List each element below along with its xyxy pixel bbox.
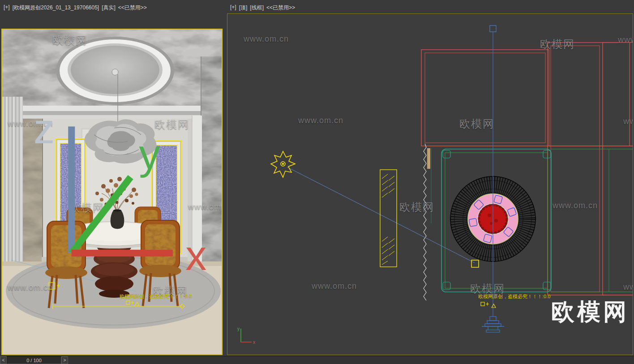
viewport-status-label: <<已禁用>> — [266, 4, 295, 12]
axis-x-label: x — [185, 232, 206, 279]
axis-gizmo-right: y x — [234, 324, 257, 346]
camera-icon[interactable] — [482, 317, 504, 332]
camera-target-icon[interactable] — [490, 26, 496, 32]
time-slider-bar: < 0 / 100 > — [0, 356, 634, 364]
viewport-menu-button[interactable]: [+] — [4, 4, 10, 12]
time-next-button[interactable]: > — [61, 356, 68, 364]
viewport-status-label: <<已禁用>> — [118, 4, 147, 12]
time-slider-value[interactable]: 0 / 100 — [7, 356, 61, 364]
viewport-menu-button[interactable]: [+] — [230, 4, 236, 12]
curtain-wall-squiggle[interactable] — [424, 144, 431, 300]
max-viewport-layout: [+] [欧模网原创2026_01_13_19706605] [真实] <<已禁… — [0, 0, 634, 364]
viewport-name-label[interactable]: [欧模网原创2026_01_13_19706605] — [13, 4, 99, 12]
top-viewport[interactable]: www.om.cn 欧模网 www. om.c www.om.cn 欧模网 ww… — [227, 13, 633, 355]
annotation-marks — [481, 302, 496, 308]
axis-gizmo-left: z y x — [4, 29, 223, 348]
axis-y-label: y — [139, 131, 160, 178]
axis-y-label: y — [237, 326, 240, 331]
camera-viewport[interactable]: 欧模网 www.om.cn 欧模网 欧模网 www.om.cn www.om.c… — [1, 29, 223, 355]
viewport-shading-label[interactable]: [真实] — [102, 4, 116, 12]
viewport-name-label[interactable]: [顶] — [239, 4, 248, 12]
spot-light-icon[interactable] — [271, 151, 295, 177]
viewport-caption-left: [+] [欧模网原创2026_01_13_19706605] [真实] <<已禁… — [4, 4, 147, 12]
wire-red-rooms[interactable] — [421, 43, 633, 295]
big-brand-watermark: 欧模网 — [551, 296, 629, 328]
axis-x-label: x — [253, 340, 255, 345]
anti-piracy-text: 欧模网原创，盗模必究！！！:0.0 — [478, 293, 550, 300]
selected-object-handle[interactable] — [471, 260, 479, 267]
viewport-caption-right: [+] [顶] [线框] <<已禁用>> — [230, 4, 295, 12]
time-prev-button[interactable]: < — [0, 356, 7, 364]
axis-z-label: z — [34, 105, 55, 152]
light-target-line — [287, 167, 475, 263]
viewport-shading-label[interactable]: [线框] — [250, 4, 264, 12]
light-panel[interactable] — [380, 170, 397, 267]
